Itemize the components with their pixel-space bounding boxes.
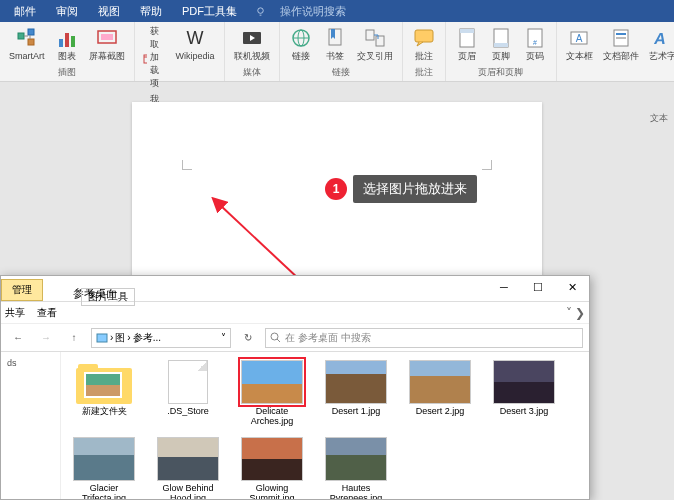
explorer-tab-pictools[interactable]: 图片工具	[81, 288, 135, 306]
breadcrumb[interactable]: ›图›参考... ˅	[91, 328, 231, 348]
file-label: Delicate Arches.jpg	[237, 407, 307, 427]
image-thumb	[325, 437, 387, 481]
group-label: 链接	[332, 64, 350, 79]
group-label: 媒体	[243, 64, 261, 79]
svg-rect-2	[28, 29, 34, 35]
tab-mail[interactable]: 邮件	[4, 2, 46, 21]
file-label: Hautes Pyrenees.jpg	[321, 484, 391, 499]
explorer-titlebar[interactable]: 管理 图片工具 参考桌面 ─ ☐ ✕	[1, 276, 589, 302]
link-button[interactable]: 链接	[286, 24, 316, 64]
close-button[interactable]: ✕	[555, 276, 589, 298]
group-comments: 批注 批注	[403, 22, 446, 81]
file-thumb[interactable]: Desert 3.jpg	[489, 360, 559, 427]
file-label: Glowing Summit.jpg	[237, 484, 307, 499]
svg-text:#: #	[533, 39, 537, 46]
svg-rect-19	[415, 30, 433, 42]
menu-view[interactable]: 查看	[37, 306, 57, 320]
ribbon-toggle[interactable]: ˅ ❯	[566, 306, 585, 320]
group-addins: 获取加载项 我的加载项 W Wikipedia 加载项	[135, 22, 225, 81]
tab-help[interactable]: 帮助	[130, 2, 172, 21]
pagenum-button[interactable]: # 页码	[520, 24, 550, 64]
explorer-tab-manage[interactable]: 管理	[1, 279, 43, 301]
svg-rect-18	[376, 36, 384, 46]
comment-button[interactable]: 批注	[409, 24, 439, 64]
wikipedia-button[interactable]: W Wikipedia	[173, 24, 218, 64]
lightbulb-icon	[255, 6, 266, 17]
group-label: 批注	[415, 64, 433, 79]
file-thumb[interactable]: 新建文件夹	[69, 360, 139, 427]
file-thumb[interactable]: Hautes Pyrenees.jpg	[321, 437, 391, 499]
tab-pdftools[interactable]: PDF工具集	[172, 2, 247, 21]
tab-view[interactable]: 视图	[88, 2, 130, 21]
explorer-content[interactable]: 新建文件夹.DS_StoreDelicate Arches.jpgDesert …	[61, 352, 589, 499]
file-thumb[interactable]: Delicate Arches.jpg	[237, 360, 307, 427]
crossref-button[interactable]: 交叉引用	[354, 24, 396, 64]
explorer-sidebar[interactable]: ds	[1, 352, 61, 499]
svg-point-0	[258, 7, 264, 13]
image-thumb	[409, 360, 471, 404]
comment-icon	[412, 26, 436, 50]
picture-icon	[96, 332, 108, 344]
refresh-button[interactable]: ↻	[237, 327, 259, 349]
annotation-text: 选择图片拖放进来	[353, 175, 477, 203]
svg-rect-3	[28, 39, 34, 45]
header-icon	[455, 26, 479, 50]
svg-rect-36	[97, 334, 107, 342]
textbox-icon: A	[567, 26, 591, 50]
svg-rect-30	[616, 37, 626, 39]
svg-rect-23	[494, 43, 508, 47]
svg-text:W: W	[187, 29, 204, 47]
nav-fwd-button[interactable]: →	[35, 327, 57, 349]
bookmark-button[interactable]: 书签	[320, 24, 350, 64]
file-icon	[168, 360, 208, 404]
file-thumb[interactable]: Glacier Trifecta.jpg	[69, 437, 139, 499]
svg-rect-9	[144, 55, 147, 63]
textbox-button[interactable]: A 文本框	[563, 24, 596, 64]
ribbon-tabs: 邮件 审阅 视图 帮助 PDF工具集 操作说明搜索	[0, 0, 674, 22]
file-label: Glacier Trifecta.jpg	[69, 484, 139, 499]
group-illustration: SmartArt 图表 屏幕截图 插图	[0, 22, 135, 81]
menu-share[interactable]: 共享	[5, 306, 25, 320]
get-addins-button[interactable]: 获取加载项	[141, 24, 169, 91]
nav-up-button[interactable]: ↑	[63, 327, 85, 349]
quickparts-button[interactable]: 文档部件	[600, 24, 642, 64]
file-thumb[interactable]: Desert 2.jpg	[405, 360, 475, 427]
sidebar-item[interactable]: ds	[1, 352, 60, 374]
file-label: Glow Behind Hood.jpg	[153, 484, 223, 499]
svg-rect-29	[616, 33, 626, 35]
wordart-button[interactable]: A 艺术字	[646, 24, 674, 64]
wikipedia-icon: W	[183, 26, 207, 50]
group-text: A 文本框 文档部件 A 艺术字 A 首字下沉 签名 日期 对象 文本	[557, 22, 674, 81]
tell-me-search[interactable]: 操作说明搜索	[255, 2, 356, 21]
chart-button[interactable]: 图表	[52, 24, 82, 64]
folder-icon	[76, 360, 132, 404]
file-thumb[interactable]: .DS_Store	[153, 360, 223, 427]
svg-rect-8	[101, 34, 113, 40]
header-button[interactable]: 页眉	[452, 24, 482, 64]
pagenum-icon: #	[523, 26, 547, 50]
svg-rect-6	[71, 36, 75, 47]
svg-rect-17	[366, 30, 374, 40]
image-thumb	[493, 360, 555, 404]
group-media: 联机视频 媒体	[225, 22, 280, 81]
annotation-badge: 1	[325, 178, 347, 200]
minimize-button[interactable]: ─	[487, 276, 521, 298]
file-label: 新建文件夹	[82, 407, 127, 417]
nav-back-button[interactable]: ←	[7, 327, 29, 349]
file-thumb[interactable]: Desert 1.jpg	[321, 360, 391, 427]
file-explorer-window: 管理 图片工具 参考桌面 ─ ☐ ✕ 共享 查看 ˅ ❯ ← → ↑ ›图›参考…	[0, 275, 590, 500]
image-thumb	[325, 360, 387, 404]
footer-button[interactable]: 页脚	[486, 24, 516, 64]
smartart-button[interactable]: SmartArt	[6, 24, 48, 64]
margin-corner	[482, 160, 492, 170]
tab-review[interactable]: 审阅	[46, 2, 88, 21]
online-video-button[interactable]: 联机视频	[231, 24, 273, 64]
search-box[interactable]: 在 参考桌面 中搜索	[265, 328, 583, 348]
bookmark-icon	[323, 26, 347, 50]
screenshot-button[interactable]: 屏幕截图	[86, 24, 128, 64]
annotation-callout: 1 选择图片拖放进来	[325, 175, 477, 203]
image-thumb	[73, 437, 135, 481]
file-thumb[interactable]: Glow Behind Hood.jpg	[153, 437, 223, 499]
maximize-button[interactable]: ☐	[521, 276, 555, 298]
file-thumb[interactable]: Glowing Summit.jpg	[237, 437, 307, 499]
